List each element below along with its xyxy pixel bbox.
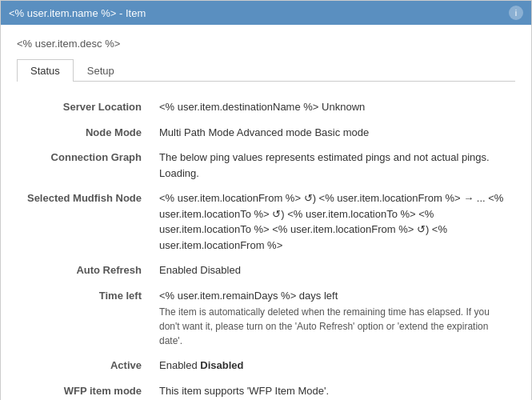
active-enabled: Enabled [159, 359, 198, 371]
info-icon[interactable]: i [509, 6, 523, 20]
label-selected-mudfish-node: Selected Mudfish Node [17, 186, 153, 258]
label-connection-graph: Connection Graph [17, 145, 153, 186]
row-auto-refresh: Auto Refresh Enabled Disabled [17, 258, 515, 283]
row-time-left: Time left <% user.item.remainDays %> day… [17, 283, 515, 354]
node-mode-value: Multi Path Mode Advanced mode Basic mode [159, 126, 369, 138]
value-wfp-item-mode: This item supports 'WFP Item Mode'. [153, 378, 515, 401]
main-window: <% user.item.name %> - Item i <% user.it… [0, 0, 532, 400]
value-time-left: <% user.item.remainDays %> days left The… [153, 283, 515, 354]
row-active: Active Enabled Disabled [17, 353, 515, 378]
row-wfp-item-mode: WFP item mode This item supports 'WFP It… [17, 378, 515, 401]
row-server-location: Server Location <% user.item.destination… [17, 94, 515, 120]
content-area: <% user.item.desc %> Status Setup Server… [1, 25, 531, 400]
label-node-mode: Node Mode [17, 120, 153, 146]
value-server-location: <% user.item.destinationName %> Unknown [153, 94, 515, 120]
server-location-template: <% user.item.destinationName %> [159, 101, 318, 113]
time-left-description: The item is automatically deleted when t… [159, 305, 509, 348]
tab-setup[interactable]: Setup [74, 59, 128, 82]
info-table: Server Location <% user.item.destination… [17, 94, 515, 400]
value-selected-mudfish-node: <% user.item.locationFrom %> ↺) <% user.… [153, 186, 515, 258]
row-selected-mudfish-node: Selected Mudfish Node <% user.item.locat… [17, 186, 515, 258]
connection-graph-line1: The below ping values represents estimat… [159, 150, 509, 166]
row-node-mode: Node Mode Multi Path Mode Advanced mode … [17, 120, 515, 146]
title-bar-left: <% user.item.name %> - Item [9, 7, 146, 19]
time-left-days: <% user.item.remainDays %> days left [159, 288, 509, 304]
label-active: Active [17, 353, 153, 378]
value-active: Enabled Disabled [153, 353, 515, 378]
auto-refresh-enabled: Enabled [159, 264, 198, 276]
mudfish-node-value: <% user.item.locationFrom %> ↺) <% user.… [159, 192, 503, 251]
label-wfp-item-mode: WFP item mode [17, 378, 153, 401]
label-server-location: Server Location [17, 94, 153, 120]
title-bar: <% user.item.name %> - Item i [1, 1, 531, 25]
value-node-mode: Multi Path Mode Advanced mode Basic mode [153, 120, 515, 146]
tabs-container: Status Setup [17, 59, 515, 82]
active-disabled: Disabled [200, 359, 243, 371]
connection-graph-line2: Loading. [159, 166, 509, 182]
tab-status[interactable]: Status [17, 59, 74, 82]
window-title: <% user.item.name %> - Item [9, 7, 146, 19]
label-time-left: Time left [17, 283, 153, 354]
value-connection-graph: The below ping values represents estimat… [153, 145, 515, 186]
value-auto-refresh: Enabled Disabled [153, 258, 515, 283]
label-auto-refresh: Auto Refresh [17, 258, 153, 283]
auto-refresh-disabled: Disabled [200, 264, 241, 276]
row-connection-graph: Connection Graph The below ping values r… [17, 145, 515, 186]
server-location-suffix: Unknown [322, 101, 365, 113]
page-description: <% user.item.desc %> [17, 38, 515, 50]
